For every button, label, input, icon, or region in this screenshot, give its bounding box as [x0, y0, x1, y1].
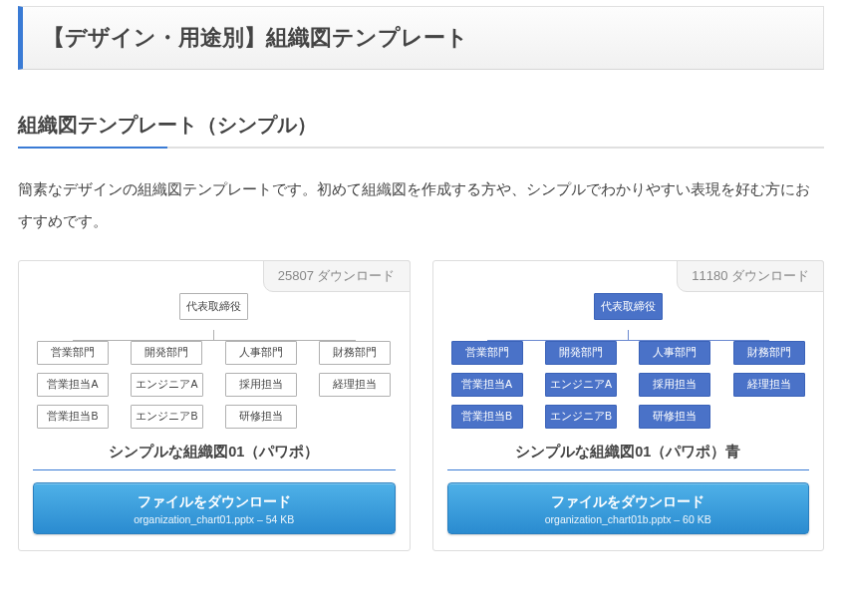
org-node-dept: 財務部門: [319, 341, 391, 365]
template-card: 25807 ダウンロード 代表取締役 営業部門 営業担当A 営業担当B 開発部門…: [18, 260, 411, 551]
org-node-child: 採用担当: [639, 373, 710, 397]
org-node-child: 営業担当B: [37, 405, 109, 429]
org-chart-preview: 代表取締役 営業部門 営業担当A 営業担当B 開発部門 エンジニアA エンジニア…: [447, 271, 810, 429]
org-node-dept: 営業部門: [37, 341, 109, 365]
template-title: シンプルな組織図01（パワポ）青: [447, 443, 810, 470]
section-description: 簡素なデザインの組織図テンプレートです。初めて組織図を作成する方や、シンプルでわ…: [18, 174, 824, 238]
org-node-child: エンジニアA: [545, 373, 617, 397]
download-button-label: ファイルをダウンロード: [458, 493, 799, 511]
org-node-child: 営業担当A: [37, 373, 109, 397]
org-node-child: エンジニアB: [131, 405, 202, 429]
download-button[interactable]: ファイルをダウンロード organization_chart01b.pptx –…: [447, 482, 810, 534]
org-node-dept: 財務部門: [733, 341, 805, 365]
org-node-child: 営業担当A: [451, 373, 523, 397]
download-button-label: ファイルをダウンロード: [44, 493, 385, 511]
download-count-badge: 11180 ダウンロード: [677, 260, 824, 292]
org-node-dept: 営業部門: [451, 341, 523, 365]
org-node-child: エンジニアB: [545, 405, 617, 429]
section-title: 組織図テンプレート（シンプル）: [18, 112, 824, 149]
template-title: シンプルな組織図01（パワポ）: [33, 443, 396, 470]
connector: [628, 330, 629, 340]
download-button[interactable]: ファイルをダウンロード organization_chart01.pptx – …: [33, 482, 396, 534]
org-node-dept: 開発部門: [131, 341, 202, 365]
org-node-child: エンジニアA: [131, 373, 202, 397]
org-node-root: 代表取締役: [594, 293, 663, 320]
org-node-child: 研修担当: [639, 405, 710, 429]
org-node-child: 経理担当: [733, 373, 805, 397]
connector: [213, 330, 214, 340]
org-node-child: 経理担当: [319, 373, 391, 397]
download-count-badge: 25807 ダウンロード: [263, 260, 411, 292]
org-node-child: 営業担当B: [451, 405, 523, 429]
org-node-child: 採用担当: [225, 373, 297, 397]
org-tree: 代表取締役 営業部門 営業担当A 営業担当B 開発部門 エンジニアA エンジニア…: [447, 293, 810, 429]
org-node-root: 代表取締役: [179, 293, 248, 320]
org-node-dept: 人事部門: [225, 341, 297, 365]
org-node-child: 研修担当: [225, 405, 297, 429]
org-chart-preview: 代表取締役 営業部門 営業担当A 営業担当B 開発部門 エンジニアA エンジニア…: [33, 271, 396, 429]
template-card-row: 25807 ダウンロード 代表取締役 営業部門 営業担当A 営業担当B 開発部門…: [18, 260, 824, 551]
download-button-meta: organization_chart01.pptx – 54 KB: [44, 513, 385, 525]
org-node-dept: 開発部門: [545, 341, 617, 365]
template-card: 11180 ダウンロード 代表取締役 営業部門 営業担当A 営業担当B 開発部門…: [432, 260, 825, 551]
page-title: 【デザイン・用途別】組織図テンプレート: [18, 6, 824, 70]
org-node-dept: 人事部門: [639, 341, 710, 365]
org-tree: 代表取締役 営業部門 営業担当A 営業担当B 開発部門 エンジニアA エンジニア…: [33, 293, 396, 429]
download-button-meta: organization_chart01b.pptx – 60 KB: [458, 513, 799, 525]
